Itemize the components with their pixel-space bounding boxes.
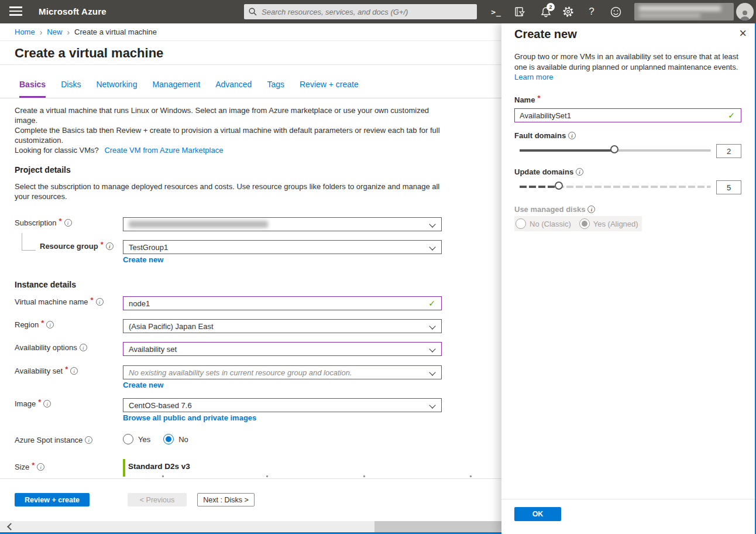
learn-more-link[interactable]: Learn more: [514, 73, 553, 81]
tab-basics[interactable]: Basics: [19, 80, 46, 98]
scrollbar-thumb[interactable]: [374, 521, 501, 532]
intro-line-1: Create a virtual machine that runs Linux…: [15, 105, 448, 125]
image-dropdown[interactable]: CentOS-based 7.6: [123, 398, 442, 412]
chevron-down-icon: [429, 244, 435, 250]
required-asterisk: *: [91, 296, 94, 304]
breadcrumb-new[interactable]: New: [47, 28, 62, 36]
create-new-availability-set-panel: Create new × Group two or more VMs in an…: [501, 23, 756, 534]
info-icon: i: [587, 206, 595, 213]
update-domains-label: Update domainsi: [514, 167, 583, 176]
fault-domains-slider[interactable]: [520, 149, 711, 152]
spot-instance-label: Azure Spot instancei: [15, 436, 92, 444]
tab-networking[interactable]: Networking: [96, 80, 137, 98]
info-icon: i: [85, 436, 92, 444]
tab-disks[interactable]: Disks: [61, 80, 81, 98]
panel-description: Group two or more VMs in an availability…: [514, 52, 744, 73]
info-icon: i: [106, 242, 114, 250]
intro-line-3: Looking for classic VMs?: [15, 146, 99, 155]
required-asterisk: *: [59, 217, 62, 225]
browse-images-link[interactable]: Browse all public and private images: [123, 413, 256, 422]
availability-options-dropdown[interactable]: Availability set: [123, 342, 442, 356]
managed-disks-no-label: No (Classic): [530, 220, 571, 228]
previous-button[interactable]: < Previous: [128, 493, 187, 506]
image-value: CentOS-based 7.6: [129, 401, 192, 410]
availability-set-create-new-link[interactable]: Create new: [123, 381, 163, 389]
fault-domains-value[interactable]: 2: [716, 144, 741, 158]
instance-details-heading: Instance details: [15, 280, 76, 289]
account-info-blurred: [634, 3, 734, 20]
update-domains-slider[interactable]: [520, 186, 711, 188]
chevron-down-icon: [429, 402, 435, 408]
tab-tags[interactable]: Tags: [267, 80, 284, 98]
fault-domains-label: Fault domainsi: [514, 131, 576, 140]
project-details-heading: Project details: [15, 165, 71, 174]
spot-yes-label: Yes: [138, 435, 150, 444]
info-icon: i: [46, 321, 54, 328]
as-name-input[interactable]: [520, 111, 727, 120]
availability-options-value: Availability set: [129, 345, 177, 354]
directory-filter-icon[interactable]: [510, 0, 530, 23]
panel-footer-divider: [501, 499, 755, 499]
resource-group-create-new-link[interactable]: Create new: [123, 255, 163, 264]
next-disks-button[interactable]: Next : Disks >: [197, 493, 255, 506]
project-details-description: Select the subscription to manage deploy…: [15, 182, 445, 201]
chevron-down-icon: [429, 369, 435, 375]
availability-set-dropdown[interactable]: No existing availability sets in current…: [123, 365, 442, 379]
intro-text: Create a virtual machine that runs Linux…: [15, 105, 448, 155]
managed-disks-label: Use managed disksi: [514, 205, 595, 214]
vm-name-input[interactable]: [129, 299, 425, 308]
spot-yes-radio[interactable]: [123, 434, 133, 444]
update-domains-slider-handle[interactable]: [555, 182, 563, 190]
feedback-smiley-icon[interactable]: [606, 0, 626, 23]
region-dropdown[interactable]: (Asia Pacific) Japan East: [123, 319, 442, 333]
vm-name-field: ✓: [123, 296, 442, 310]
managed-disks-yes-radio: [579, 218, 590, 229]
info-icon: i: [80, 344, 87, 351]
cloud-shell-icon[interactable]: >_: [486, 0, 506, 23]
ok-button[interactable]: OK: [514, 507, 561, 521]
region-label: Region*i: [15, 320, 54, 329]
chevron-down-icon: [429, 221, 435, 227]
settings-gear-icon[interactable]: [558, 0, 578, 23]
horizontal-scrollbar[interactable]: [0, 521, 501, 532]
create-vm-marketplace-link[interactable]: Create VM from Azure Marketplace: [104, 146, 223, 155]
spot-no-label: No: [178, 435, 188, 444]
wizard-tabs: Basics Disks Networking Management Advan…: [0, 80, 501, 98]
size-subtext-clipped: [128, 475, 473, 478]
search-input[interactable]: [262, 8, 472, 16]
required-asterisk: *: [32, 461, 35, 470]
required-asterisk: *: [41, 319, 44, 327]
vm-name-label: Virtual machine name*i: [15, 297, 104, 306]
close-icon[interactable]: ×: [739, 26, 747, 41]
info-icon: i: [96, 298, 104, 306]
tab-management[interactable]: Management: [152, 80, 200, 98]
update-domains-value[interactable]: 5: [716, 180, 741, 194]
managed-disks-no-radio: [516, 218, 526, 229]
region-value: (Asia Pacific) Japan East: [129, 322, 214, 331]
managed-disks-radio-group: No (Classic) Yes (Aligned): [514, 216, 642, 231]
notification-badge: 2: [547, 3, 555, 11]
availability-options-label: Availability optionsi: [15, 343, 87, 352]
spot-no-radio[interactable]: [163, 434, 174, 444]
subscription-dropdown[interactable]: [123, 217, 442, 231]
notifications-bell-icon[interactable]: 2: [536, 0, 556, 23]
review-create-button[interactable]: Review + create: [15, 493, 90, 506]
avatar[interactable]: [736, 3, 754, 20]
help-icon[interactable]: ?: [582, 0, 602, 23]
hamburger-menu-icon[interactable]: [9, 6, 22, 17]
subscription-resourcegroup-connector: [22, 233, 36, 251]
chevron-left-icon[interactable]: [7, 523, 15, 530]
tab-review-create[interactable]: Review + create: [300, 80, 359, 98]
info-icon: i: [70, 367, 78, 375]
global-search[interactable]: [244, 4, 477, 19]
image-label: Image*i: [15, 399, 51, 408]
chevron-down-icon: [429, 345, 435, 352]
title-divider: [0, 64, 501, 65]
subscription-value-blurred: [129, 221, 268, 228]
tab-advanced[interactable]: Advanced: [215, 80, 252, 98]
resource-group-dropdown[interactable]: TestGroup1: [123, 240, 442, 254]
fault-domains-slider-handle[interactable]: [610, 145, 618, 153]
breadcrumb-home[interactable]: Home: [15, 28, 35, 36]
info-icon: i: [568, 132, 576, 139]
availability-set-label: Availability set*i: [15, 367, 78, 375]
